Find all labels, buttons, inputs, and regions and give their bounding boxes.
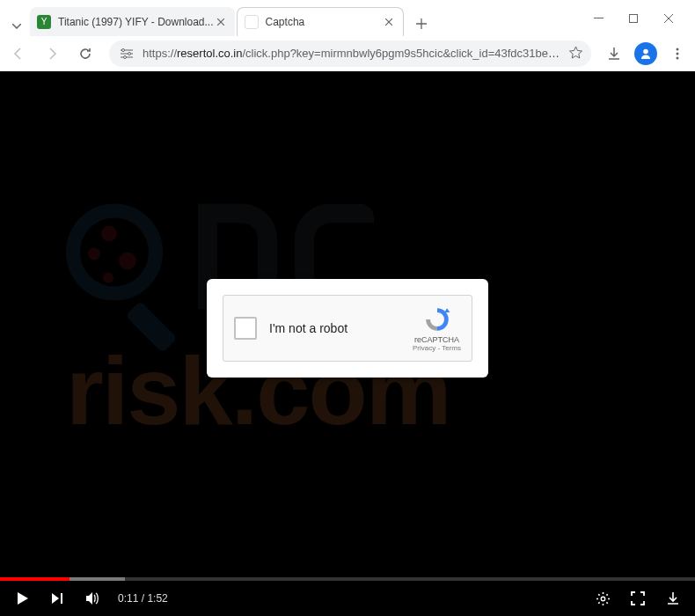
- recaptcha-checkbox[interactable]: [234, 317, 257, 340]
- tab-title: Captcha: [266, 16, 382, 28]
- forward-button[interactable]: [37, 39, 67, 69]
- site-settings-icon[interactable]: [118, 45, 135, 62]
- tab-captcha[interactable]: Captcha: [237, 7, 404, 36]
- recaptcha-icon: [423, 305, 451, 334]
- menu-button[interactable]: [663, 40, 691, 68]
- downloads-icon[interactable]: [600, 40, 628, 68]
- tab-title: Titanic (1997) YIFY - Download...: [58, 16, 214, 28]
- back-button[interactable]: [4, 39, 33, 69]
- toolbar: https://resertol.co.in/click.php?key=mir…: [0, 36, 695, 71]
- address-bar[interactable]: https://resertol.co.in/click.php?key=mir…: [109, 40, 591, 67]
- captcha-card: I'm not a robot reCAPTCHA Privacy - Term…: [207, 279, 488, 378]
- play-button[interactable]: [9, 585, 35, 612]
- page-content: risk.com I'm not a robot reCAPTCHA Priva…: [0, 71, 695, 616]
- tab-strip: Y Titanic (1997) YIFY - Download... Capt…: [5, 0, 577, 36]
- volume-button[interactable]: [79, 585, 106, 612]
- url-text: https://resertol.co.in/click.php?key=mir…: [143, 47, 564, 60]
- svg-point-7: [677, 52, 679, 55]
- profile-button[interactable]: [632, 40, 660, 68]
- favicon-captcha: [245, 15, 259, 29]
- svg-point-4: [124, 55, 127, 58]
- tab-search-dropdown[interactable]: [7, 17, 26, 36]
- avatar: [634, 42, 657, 65]
- reload-button[interactable]: [70, 39, 100, 69]
- minimize-button[interactable]: [586, 6, 611, 31]
- video-controls: 0:11 / 1:52: [0, 577, 695, 616]
- next-button[interactable]: [44, 585, 70, 612]
- new-tab-button[interactable]: [409, 11, 434, 36]
- time-display: 0:11 / 1:52: [118, 592, 168, 605]
- svg-point-2: [122, 48, 125, 51]
- close-icon[interactable]: [382, 15, 396, 29]
- download-video-button[interactable]: [660, 585, 686, 612]
- favicon-yify: Y: [37, 15, 51, 29]
- fullscreen-button[interactable]: [625, 585, 651, 612]
- svg-point-3: [128, 52, 131, 55]
- svg-marker-9: [444, 308, 450, 312]
- recaptcha-links: Privacy - Terms: [413, 344, 461, 352]
- close-icon[interactable]: [214, 15, 228, 29]
- bookmark-icon[interactable]: [569, 46, 582, 62]
- settings-button[interactable]: [589, 585, 616, 612]
- window-controls: [577, 6, 690, 31]
- recaptcha-brand: reCAPTCHA: [414, 335, 459, 344]
- recaptcha-label: I'm not a robot: [269, 321, 413, 335]
- svg-rect-1: [630, 14, 638, 22]
- titlebar: Y Titanic (1997) YIFY - Download... Capt…: [0, 0, 695, 36]
- tab-titanic[interactable]: Y Titanic (1997) YIFY - Download...: [30, 7, 235, 36]
- maximize-button[interactable]: [621, 6, 646, 31]
- recaptcha-badge: reCAPTCHA Privacy - Terms: [413, 305, 461, 352]
- svg-point-10: [601, 597, 604, 600]
- svg-point-5: [643, 48, 648, 54]
- svg-point-6: [677, 48, 679, 50]
- close-window-button[interactable]: [656, 6, 681, 31]
- progress-played: [0, 577, 70, 581]
- svg-point-8: [677, 56, 679, 59]
- svg-rect-0: [594, 18, 604, 18]
- recaptcha-widget: I'm not a robot reCAPTCHA Privacy - Term…: [223, 295, 472, 362]
- progress-bar[interactable]: [0, 577, 695, 581]
